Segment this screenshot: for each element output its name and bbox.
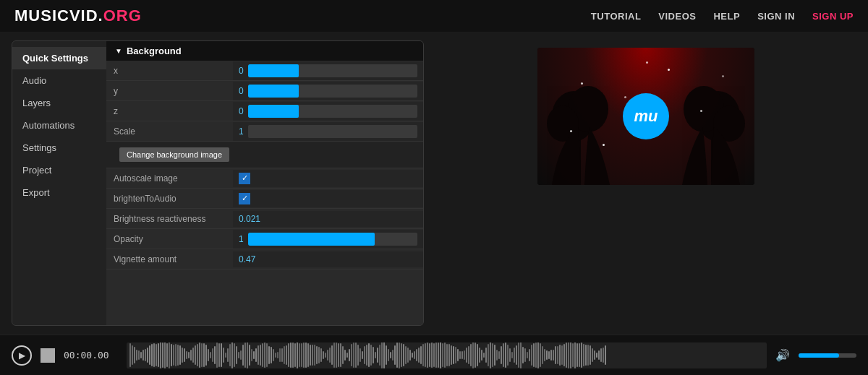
y-slider[interactable] bbox=[248, 85, 417, 98]
particle bbox=[570, 130, 572, 132]
bottom-bar: ▶ 00:00.00 🔊 bbox=[0, 335, 868, 375]
particle bbox=[624, 96, 626, 98]
row-value-brightness-react[interactable]: 0.021 bbox=[233, 211, 423, 227]
particle bbox=[646, 61, 648, 64]
row-value-z[interactable]: 0 bbox=[233, 102, 423, 121]
table-row: brightenToAudio ✓ bbox=[106, 189, 423, 209]
row-label-vignette: Vignette amount bbox=[106, 251, 233, 267]
sidebar-item-layers[interactable]: Layers bbox=[12, 92, 106, 114]
vignette-value-text: 0.47 bbox=[239, 254, 255, 264]
scale-slider[interactable] bbox=[248, 125, 417, 138]
table-row: Vignette amount 0.47 bbox=[106, 249, 423, 270]
particle bbox=[722, 75, 724, 77]
change-background-button[interactable]: Change background image bbox=[119, 147, 229, 162]
volume-icon[interactable]: 🔊 bbox=[775, 348, 790, 362]
row-value-x[interactable]: 0 bbox=[233, 61, 423, 80]
y-value-text: 0 bbox=[239, 86, 244, 96]
sidebar-nav: Quick Settings Audio Layers Automations … bbox=[12, 41, 106, 325]
x-slider-fill bbox=[248, 64, 299, 77]
scale-value-text: 1 bbox=[239, 126, 244, 137]
row-label-z: z bbox=[106, 103, 233, 119]
table-row-change-bg: Change background image bbox=[106, 142, 423, 168]
panel-collapse-arrow[interactable]: ▼ bbox=[115, 47, 122, 55]
volume-slider[interactable] bbox=[799, 353, 856, 358]
table-row: y 0 bbox=[106, 81, 423, 101]
sidebar-item-audio[interactable]: Audio bbox=[12, 69, 106, 92]
settings-table: x 0 y 0 bbox=[106, 61, 423, 270]
logo-text-pink: ORG bbox=[103, 7, 142, 25]
sidebar-item-automations[interactable]: Automations bbox=[12, 114, 106, 137]
video-preview: mu bbox=[537, 48, 754, 185]
row-value-scale[interactable]: 1 bbox=[233, 122, 423, 141]
waveform-bars bbox=[127, 342, 767, 368]
volume-slider-fill bbox=[799, 353, 839, 358]
change-bg-container: Change background image bbox=[106, 142, 423, 168]
preview-logo-circle: mu bbox=[623, 93, 669, 139]
nav-tutorial[interactable]: TUTORIAL bbox=[591, 11, 641, 22]
left-panel: Quick Settings Audio Layers Automations … bbox=[12, 40, 424, 326]
x-value-text: 0 bbox=[239, 66, 244, 76]
main-content: Quick Settings Audio Layers Automations … bbox=[0, 32, 868, 335]
row-value-autoscale: ✓ bbox=[233, 170, 423, 187]
table-row: z 0 bbox=[106, 101, 423, 121]
stop-button[interactable] bbox=[41, 348, 55, 363]
play-button[interactable]: ▶ bbox=[12, 345, 32, 366]
row-label-brighten: brightenToAudio bbox=[106, 191, 233, 207]
brighten-checkbox[interactable]: ✓ bbox=[239, 193, 250, 204]
row-value-y[interactable]: 0 bbox=[233, 82, 423, 100]
sidebar-item-quick-settings[interactable]: Quick Settings bbox=[12, 47, 106, 69]
opacity-slider[interactable] bbox=[248, 233, 417, 246]
table-row: Opacity 1 bbox=[106, 229, 423, 249]
z-value-text: 0 bbox=[239, 106, 244, 116]
nav-signup[interactable]: SIGN UP bbox=[812, 11, 854, 22]
row-label-scale: Scale bbox=[106, 124, 233, 139]
row-label-opacity: Opacity bbox=[106, 231, 233, 247]
nav-help[interactable]: HELP bbox=[713, 11, 740, 22]
z-slider[interactable] bbox=[248, 105, 417, 118]
tree-left-silhouette bbox=[537, 69, 624, 185]
header-nav: TUTORIAL VIDEOS HELP SIGN IN SIGN UP bbox=[591, 11, 854, 22]
opacity-slider-fill bbox=[248, 233, 375, 246]
panel-title: Background bbox=[127, 46, 182, 56]
header: MUSICVID.ORG TUTORIAL VIDEOS HELP SIGN I… bbox=[0, 0, 868, 32]
time-display: 00:00.00 bbox=[64, 350, 118, 361]
row-label-autoscale: Autoscale image bbox=[106, 171, 233, 186]
particle bbox=[668, 69, 670, 71]
row-value-brighten: ✓ bbox=[233, 190, 423, 207]
waveform[interactable] bbox=[127, 342, 767, 368]
right-side: mu bbox=[435, 40, 856, 326]
row-value-opacity[interactable]: 1 bbox=[233, 230, 423, 249]
row-label-brightness-react: Brightness reactiveness bbox=[106, 211, 233, 227]
sidebar-item-project[interactable]: Project bbox=[12, 159, 106, 181]
table-row: x 0 bbox=[106, 61, 423, 81]
particle bbox=[603, 144, 605, 146]
row-label-y: y bbox=[106, 83, 233, 99]
z-slider-fill bbox=[248, 105, 299, 118]
table-row: Scale 1 bbox=[106, 121, 423, 142]
logo: MUSICVID.ORG bbox=[14, 7, 142, 25]
x-slider[interactable] bbox=[248, 64, 417, 77]
table-row: Autoscale image ✓ bbox=[106, 168, 423, 189]
logo-text-white: MUSICVID. bbox=[14, 7, 103, 25]
settings-panel: ▼ Background x 0 y bbox=[106, 41, 423, 325]
video-preview-inner: mu bbox=[537, 48, 754, 185]
autoscale-checkbox[interactable]: ✓ bbox=[239, 173, 250, 184]
nav-videos[interactable]: VIDEOS bbox=[658, 11, 696, 22]
row-value-vignette[interactable]: 0.47 bbox=[233, 251, 423, 267]
panel-header: ▼ Background bbox=[106, 41, 423, 61]
nav-signin[interactable]: SIGN IN bbox=[757, 11, 795, 22]
sidebar-item-export[interactable]: Export bbox=[12, 181, 106, 204]
opacity-value-text: 1 bbox=[239, 234, 244, 244]
table-row: Brightness reactiveness 0.021 bbox=[106, 209, 423, 229]
particle bbox=[700, 110, 702, 112]
sidebar-item-settings[interactable]: Settings bbox=[12, 137, 106, 159]
tree-right-silhouette bbox=[668, 69, 754, 185]
particle bbox=[581, 82, 583, 85]
brightness-react-value: 0.021 bbox=[239, 214, 260, 224]
row-label-x: x bbox=[106, 63, 233, 79]
y-slider-fill bbox=[248, 85, 299, 98]
